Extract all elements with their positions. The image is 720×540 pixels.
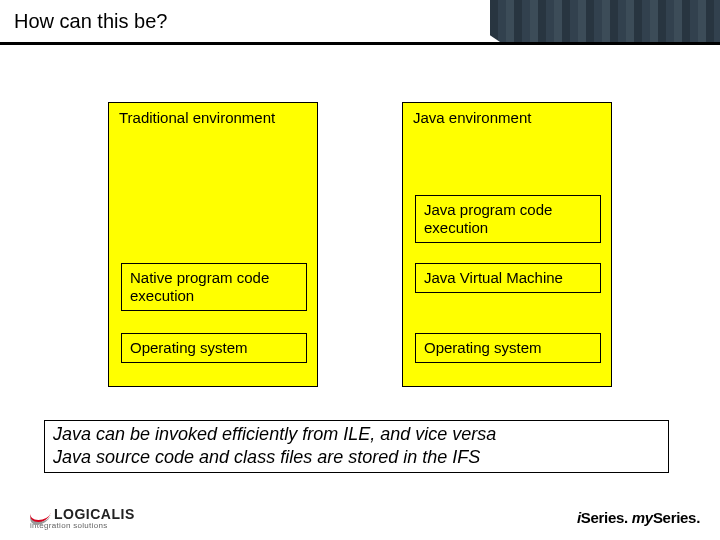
footer: LOGICALIS integration solutions iSeries.… [0, 500, 720, 536]
column-traditional-heading: Traditional environment [109, 103, 317, 130]
series-my: my [632, 509, 653, 526]
box-os-right: Operating system [415, 333, 601, 363]
note-line-1: Java can be invoked efficiently from ILE… [53, 423, 660, 446]
box-os-left: Operating system [121, 333, 307, 363]
box-java-exec: Java program code execution [415, 195, 601, 243]
logicalis-logo: LOGICALIS integration solutions [30, 506, 135, 530]
series-word-2: Series. [653, 509, 700, 526]
title-bar: How can this be? [0, 0, 720, 42]
column-java: Java environment Java program code execu… [402, 102, 612, 387]
note-line-2: Java source code and class files are sto… [53, 446, 660, 469]
box-native-exec: Native program code execution [121, 263, 307, 311]
series-word-1: Series. [581, 509, 628, 526]
logicalis-word: LOGICALIS [54, 506, 135, 522]
swoosh-icon [30, 508, 50, 520]
series-branding: iSeries. mySeries. [577, 509, 700, 526]
slide-title: How can this be? [14, 10, 167, 33]
column-traditional: Traditional environment Native program c… [108, 102, 318, 387]
box-jvm: Java Virtual Machine [415, 263, 601, 293]
diagram-stage: Traditional environment Native program c… [0, 42, 720, 412]
column-java-heading: Java environment [403, 103, 611, 130]
notes-box: Java can be invoked efficiently from ILE… [44, 420, 669, 473]
